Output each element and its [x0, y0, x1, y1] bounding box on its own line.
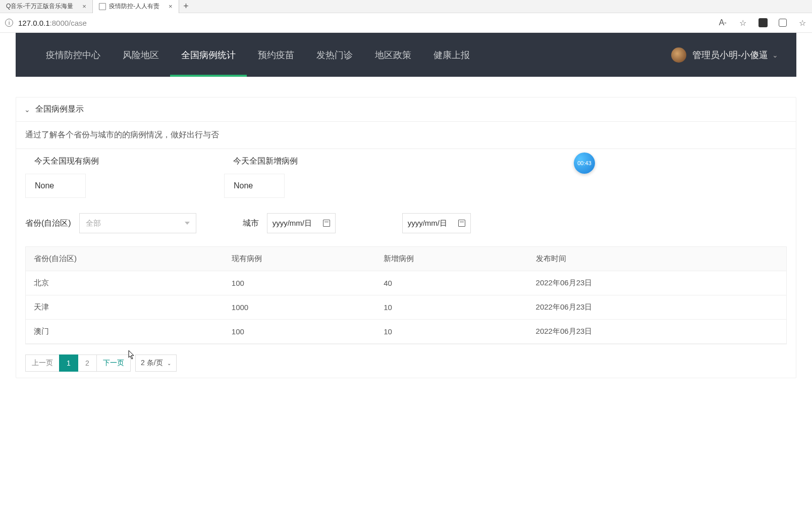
read-aloud-icon[interactable]: A» — [718, 18, 727, 27]
province-label: 省份(自治区) — [25, 218, 71, 229]
col-province: 省份(自治区) — [26, 247, 224, 271]
panel-header[interactable]: ⌄ 全国病例显示 — [16, 97, 796, 122]
favorites-bar-icon[interactable] — [798, 18, 807, 27]
page-1-button[interactable]: 1 — [59, 354, 78, 372]
chevron-down-icon: ⌄ — [24, 106, 30, 114]
user-label: 管理员小明-小傻逼 — [692, 49, 768, 61]
browser-tab-1[interactable]: 疫情防控-人人有责 × — [93, 0, 179, 13]
province-selected: 全部 — [86, 219, 101, 228]
nav-vaccine[interactable]: 预约疫苗 — [247, 33, 305, 77]
timer-value: 00:43 — [577, 160, 591, 166]
table-header-row: 省份(自治区) 现有病例 新增病例 发布时间 — [26, 247, 786, 271]
next-page-button[interactable]: 下一页 — [96, 354, 131, 372]
info-icon[interactable]: i — [5, 19, 13, 27]
browser-tabs: Q音乐-千万正版音乐海量 × 疫情防控-人人有责 × + — [0, 0, 812, 13]
col-new: 新增病例 — [375, 247, 527, 271]
pagination: 上一页 1 2 下一页 2 条/页 ⌄ — [25, 354, 796, 372]
nav-home[interactable]: 疫情防控中心 — [35, 33, 112, 77]
panel-subtitle: 通过了解各个省份与城市的的病例情况，做好出行与否 — [16, 122, 796, 149]
date-placeholder: yyyy/mm/日 — [273, 219, 312, 228]
close-icon[interactable]: × — [169, 3, 173, 10]
panel-title: 全国病例显示 — [35, 104, 84, 115]
table-row[interactable]: 天津 1000 10 2022年06月23日 — [26, 295, 786, 320]
nav-fever-clinic[interactable]: 发热门诊 — [305, 33, 364, 77]
filter-row: 省份(自治区) 全部 城市 yyyy/mm/日 yyyy/mm/日 — [16, 198, 796, 241]
url-display[interactable]: 127.0.0.1:8000/case — [18, 19, 87, 27]
nav-health-report[interactable]: 健康上报 — [422, 33, 481, 77]
address-bar: i 127.0.0.1:8000/case A» — [0, 13, 812, 33]
date-placeholder: yyyy/mm/日 — [408, 219, 447, 228]
page-2-button[interactable]: 2 — [78, 354, 97, 372]
chevron-down-icon: ⌄ — [772, 51, 778, 59]
extensions-icon[interactable] — [779, 19, 787, 27]
main-nav: 疫情防控中心 风险地区 全国病例统计 预约疫苗 发热门诊 地区政策 健康上报 管… — [16, 33, 796, 77]
date-to-input[interactable]: yyyy/mm/日 — [402, 213, 471, 233]
collections-icon[interactable] — [759, 18, 768, 27]
stat-new: 今天全国新增病例 None — [224, 149, 307, 198]
stat-new-label: 今天全国新增病例 — [224, 149, 307, 174]
nav-left: 疫情防控中心 风险地区 全国病例统计 预约疫苗 发热门诊 地区政策 健康上报 — [35, 33, 481, 77]
nav-national-stats[interactable]: 全国病例统计 — [170, 33, 247, 77]
calendar-icon — [323, 220, 330, 227]
table-row[interactable]: 澳门 100 10 2022年06月23日 — [26, 320, 786, 344]
url-port: :8000 — [50, 19, 69, 27]
table-row[interactable]: 北京 100 40 2022年06月23日 — [26, 271, 786, 295]
col-date: 发布时间 — [528, 247, 786, 271]
avatar — [671, 47, 686, 63]
document-icon — [99, 3, 106, 10]
city-label: 城市 — [243, 218, 259, 229]
browser-tab-0[interactable]: Q音乐-千万正版音乐海量 × — [0, 0, 93, 13]
stat-existing-value: None — [25, 174, 86, 198]
chevron-down-icon: ⌄ — [167, 361, 171, 366]
address-bar-actions: A» — [718, 18, 807, 27]
cases-table: 省份(自治区) 现有病例 新增病例 发布时间 北京 100 40 2022年06… — [25, 246, 787, 344]
stat-existing: 今天全国现有病例 None — [25, 149, 108, 198]
calendar-icon — [458, 220, 465, 227]
favorite-icon[interactable] — [738, 18, 747, 27]
tab-title: Q音乐-千万正版音乐海量 — [6, 2, 73, 11]
url-host: 127.0.0.1 — [18, 19, 50, 27]
user-menu[interactable]: 管理员小明-小傻逼 ⌄ — [671, 47, 778, 63]
date-from-input[interactable]: yyyy/mm/日 — [267, 213, 336, 233]
dropdown-icon — [185, 222, 190, 225]
tab-title: 疫情防控-人人有责 — [109, 2, 159, 11]
stat-new-value: None — [224, 174, 285, 198]
new-tab-button[interactable]: + — [179, 1, 193, 12]
page-size-select[interactable]: 2 条/页 ⌄ — [135, 354, 177, 372]
nav-policy[interactable]: 地区政策 — [364, 33, 422, 77]
col-existing: 现有病例 — [224, 247, 375, 271]
prev-page-button[interactable]: 上一页 — [25, 354, 60, 372]
nav-risk-area[interactable]: 风险地区 — [112, 33, 170, 77]
close-icon[interactable]: × — [82, 3, 86, 10]
stat-existing-label: 今天全国现有病例 — [25, 149, 108, 174]
timer-widget[interactable]: 00:43 — [574, 153, 595, 174]
cases-panel: ⌄ 全国病例显示 通过了解各个省份与城市的的病例情况，做好出行与否 今天全国现有… — [16, 97, 796, 378]
province-select[interactable]: 全部 — [79, 213, 196, 233]
url-path: /case — [69, 19, 87, 27]
